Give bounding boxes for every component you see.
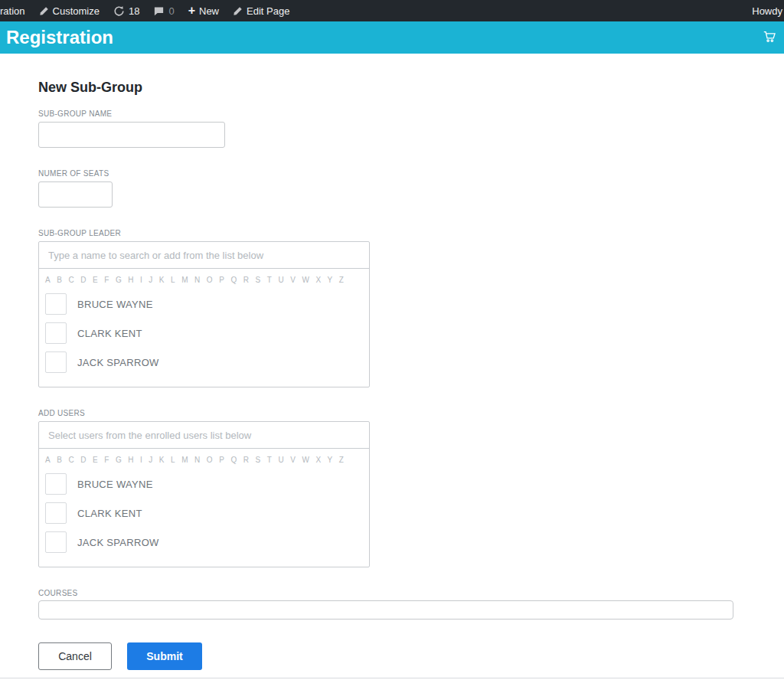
alphabet-letter[interactable]: Q — [230, 456, 237, 464]
admin-bar-updates[interactable]: 18 — [106, 0, 146, 21]
alphabet-letter[interactable]: I — [140, 276, 142, 284]
alphabet-letter[interactable]: H — [128, 456, 133, 464]
alphabet-letter[interactable]: F — [104, 276, 109, 284]
user-name: BRUCE WAYNE — [77, 299, 153, 310]
admin-bar-comments-count: 0 — [168, 5, 174, 17]
alphabet-letter[interactable]: J — [149, 456, 152, 464]
list-item[interactable]: JACK SPARROW — [45, 531, 369, 553]
user-checkbox[interactable] — [45, 473, 67, 495]
cart-icon — [762, 29, 776, 47]
sub-group-name-input[interactable] — [38, 122, 225, 148]
sub-group-name-label: SUB-GROUP NAME — [38, 110, 784, 118]
admin-bar-site-link[interactable]: ration — [0, 0, 32, 21]
submit-button[interactable]: Submit — [127, 642, 202, 670]
list-item[interactable]: BRUCE WAYNE — [45, 293, 369, 315]
alphabet-letter[interactable]: J — [149, 276, 152, 284]
admin-bar-new-label: New — [199, 5, 219, 17]
alphabet-letter[interactable]: E — [93, 456, 98, 464]
alphabet-letter[interactable]: C — [68, 276, 74, 284]
list-item[interactable]: BRUCE WAYNE — [45, 473, 369, 495]
add-users-search-input[interactable] — [39, 422, 369, 449]
list-item[interactable]: CLARK KENT — [45, 502, 369, 524]
alphabet-letter[interactable]: R — [243, 276, 249, 284]
alphabet-letter[interactable]: W — [302, 276, 309, 284]
leader-option-list: BRUCE WAYNE CLARK KENT JACK SPARROW — [39, 293, 369, 387]
alphabet-letter[interactable]: K — [159, 276, 165, 284]
alphabet-letter[interactable]: G — [116, 276, 122, 284]
user-checkbox[interactable] — [45, 531, 67, 553]
alphabet-letter[interactable]: A — [45, 276, 51, 284]
alphabet-letter[interactable]: R — [243, 456, 249, 464]
user-checkbox[interactable] — [45, 351, 67, 373]
cart-button[interactable] — [762, 29, 776, 47]
alphabet-letter[interactable]: H — [128, 276, 133, 284]
alphabet-letter[interactable]: Z — [339, 276, 344, 284]
alphabet-letter[interactable]: N — [194, 276, 200, 284]
alphabet-letter[interactable]: Q — [230, 276, 237, 284]
alphabet-letter[interactable]: S — [256, 276, 261, 284]
alphabet-letter[interactable]: N — [194, 456, 200, 464]
alphabet-letter[interactable]: O — [207, 456, 213, 464]
user-name: JACK SPARROW — [77, 537, 159, 548]
wp-admin-bar: ration Customize 18 0 + New — [0, 0, 784, 21]
sub-group-leader-label: SUB-GROUP LEADER — [38, 229, 784, 237]
cancel-button[interactable]: Cancel — [38, 642, 112, 670]
alphabet-letter[interactable]: D — [80, 276, 86, 284]
alphabet-letter[interactable]: D — [80, 456, 86, 464]
alphabet-letter[interactable]: M — [181, 276, 188, 284]
sub-group-leader-search-input[interactable] — [39, 242, 369, 269]
admin-bar-left: ration Customize 18 0 + New — [0, 0, 296, 21]
admin-bar-howdy[interactable]: Howdy — [752, 5, 784, 17]
alphabet-letter[interactable]: V — [290, 456, 296, 464]
form-title: New Sub-Group — [38, 80, 784, 96]
alphabet-letter[interactable]: L — [171, 276, 175, 284]
form-actions: Cancel Submit — [38, 642, 784, 670]
alphabet-letter[interactable]: A — [45, 456, 51, 464]
alphabet-letter[interactable]: B — [57, 276, 62, 284]
alphabet-letter[interactable]: I — [140, 456, 142, 464]
alphabet-letter[interactable]: S — [256, 456, 261, 464]
alphabet-letter[interactable]: B — [57, 456, 62, 464]
add-users-picker: ABCDEFGHIJKLMNOPQRSTUVWXYZ BRUCE WAYNE C… — [38, 421, 370, 567]
courses-label: COURSES — [38, 589, 784, 597]
admin-bar-comments[interactable]: 0 — [146, 0, 181, 21]
admin-bar-customize[interactable]: Customize — [32, 0, 106, 21]
alphabet-letter[interactable]: F — [104, 456, 109, 464]
alphabet-letter[interactable]: C — [68, 456, 74, 464]
alphabet-letter[interactable]: T — [267, 276, 272, 284]
admin-bar-new[interactable]: + New — [181, 0, 226, 21]
admin-bar-edit-page[interactable]: Edit Page — [226, 0, 296, 21]
alphabet-letter[interactable]: L — [171, 456, 175, 464]
alphabet-letter[interactable]: W — [302, 456, 309, 464]
number-of-seats-input[interactable] — [38, 181, 113, 208]
alphabet-letter[interactable]: K — [159, 456, 165, 464]
alphabet-filter: ABCDEFGHIJKLMNOPQRSTUVWXYZ — [45, 269, 344, 286]
list-item[interactable]: JACK SPARROW — [45, 351, 369, 373]
user-checkbox[interactable] — [45, 293, 67, 315]
alphabet-letter[interactable]: Y — [328, 276, 333, 284]
alphabet-letter[interactable]: E — [93, 276, 98, 284]
alphabet-letter[interactable]: M — [181, 456, 188, 464]
alphabet-letter[interactable]: O — [207, 276, 213, 284]
alphabet-letter[interactable]: X — [315, 456, 321, 464]
registration-form: New Sub-Group SUB-GROUP NAME NUMER OF SE… — [0, 80, 784, 670]
alphabet-letter[interactable]: Y — [328, 456, 333, 464]
alphabet-letter[interactable]: U — [278, 456, 283, 464]
user-name: CLARK KENT — [77, 508, 142, 519]
alphabet-letter[interactable]: V — [290, 276, 296, 284]
alphabet-letter[interactable]: U — [278, 276, 283, 284]
add-users-label: ADD USERS — [38, 409, 784, 417]
page-title: Registration — [6, 27, 113, 48]
user-checkbox[interactable] — [45, 502, 67, 524]
list-item[interactable]: CLARK KENT — [45, 322, 369, 344]
alphabet-letter[interactable]: X — [315, 276, 321, 284]
user-checkbox[interactable] — [45, 322, 67, 344]
courses-input[interactable] — [38, 600, 733, 620]
number-of-seats-label: NUMER OF SEATS — [38, 169, 784, 178]
alphabet-letter[interactable]: T — [267, 456, 272, 464]
alphabet-filter: ABCDEFGHIJKLMNOPQRSTUVWXYZ — [45, 449, 344, 466]
alphabet-letter[interactable]: P — [219, 276, 224, 284]
alphabet-letter[interactable]: Z — [339, 456, 344, 464]
alphabet-letter[interactable]: P — [219, 456, 224, 464]
alphabet-letter[interactable]: G — [116, 456, 122, 464]
